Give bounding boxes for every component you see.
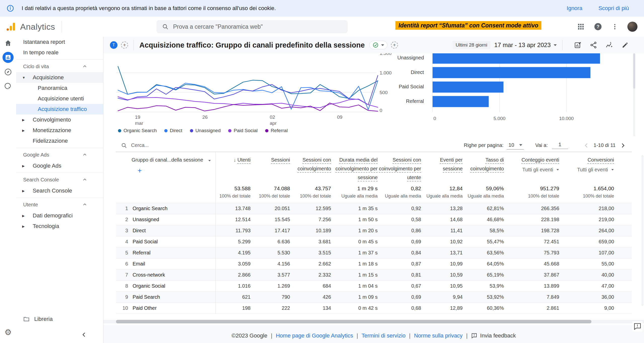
cell-value: 0,84 (378, 247, 421, 258)
sidebar-item-google-ads[interactable]: ▶ Google Ads (16, 161, 103, 171)
column-header-sessioni-con-coinvolgimento[interactable]: Sessioni con coinvolgimento (290, 152, 331, 182)
reports-icon[interactable] (3, 52, 14, 63)
bar-chart-users-by-channel[interactable]: UnassignedDirectPaid SocialReferral 05.0… (395, 53, 632, 134)
add-comparison-button[interactable]: + (121, 42, 128, 49)
table-search[interactable] (121, 142, 464, 148)
home-icon[interactable] (4, 39, 12, 48)
collapsed-triangle-icon: ▶ (22, 214, 25, 218)
edit-pencil-icon[interactable] (621, 41, 629, 49)
sidebar-item-tecnologia[interactable]: ▶ Tecnologia (16, 221, 103, 232)
help-icon[interactable]: ? (594, 22, 602, 31)
footer-link-terms[interactable]: Termini di servizio (361, 332, 406, 339)
sidebar-item-coinvolgimento[interactable]: ▶ Coinvolgimento (16, 115, 103, 125)
feedback-chat-icon[interactable] (632, 321, 642, 331)
legend-item[interactable]: Organic Search (118, 128, 157, 133)
add-report-button[interactable]: + (391, 42, 398, 49)
collapse-section-icon[interactable] (82, 152, 88, 159)
banner-learn-more-link[interactable]: Scopri di più (598, 5, 629, 12)
table-row[interactable]: 7Cross-network2.8663.5772.3321 m 15 s0,8… (116, 270, 632, 281)
sidebar-section-search-console[interactable]: Search Console (16, 174, 103, 185)
table-row[interactable]: 2Unassigned12.51415.5457.2561 m 50 s0,58… (116, 214, 632, 225)
more-options-icon[interactable] (611, 23, 618, 30)
legend-item[interactable]: Direct (164, 128, 182, 133)
column-header-channel-group[interactable]: Gruppo di canal...della sessione + (116, 152, 215, 182)
sidebar-item-acquisizione-utenti[interactable]: Acquisizione utenti (16, 93, 103, 104)
data-quality-badge[interactable] (369, 41, 387, 49)
advertising-icon[interactable] (4, 82, 12, 91)
settings-gear-icon[interactable]: ⚙ (5, 327, 12, 337)
sidebar-item-acquisizione-traffico[interactable]: Acquisizione traffico (16, 104, 103, 115)
column-header-sessioni[interactable]: Sessioni (251, 152, 290, 182)
sidebar-section-google-ads[interactable]: Google Ads (16, 149, 103, 161)
goto-page-input[interactable]: 1 (552, 142, 568, 149)
banner-ignore-button[interactable]: Ignora (567, 5, 582, 12)
line-chart-users-over-time[interactable]: 05001.0001.50019mar2602apr09 Organic Sea… (116, 53, 395, 134)
global-search[interactable] (156, 20, 348, 33)
collapse-section-icon[interactable] (82, 202, 88, 209)
vertical-scrollbar[interactable] (641, 155, 643, 306)
report-owner-avatar[interactable]: T (110, 41, 117, 49)
date-range-selector[interactable]: 17 mar - 13 apr 2023 (494, 42, 551, 49)
event-filter-select[interactable]: Tutti gli eventi (504, 165, 559, 174)
collapse-section-icon[interactable] (82, 177, 88, 184)
previous-page-icon[interactable] (583, 142, 590, 149)
rows-per-page-select[interactable]: 10 (507, 141, 524, 149)
sidebar-section-ciclo-di-vita[interactable]: Ciclo di vita (16, 61, 103, 72)
legend-item[interactable]: Referral (265, 128, 288, 133)
sidebar-item-istantanea-report[interactable]: Istantanea report (16, 37, 103, 47)
table-search-input[interactable] (131, 142, 232, 148)
customize-report-icon[interactable] (574, 41, 582, 49)
insights-icon[interactable] (605, 41, 613, 49)
share-icon[interactable] (590, 41, 597, 49)
sidebar-item-dati-demografici[interactable]: ▶ Dati demografici (16, 210, 103, 221)
user-avatar[interactable] (627, 22, 637, 32)
sidebar-item-monetizzazione[interactable]: ▶ Monetizzazione (16, 125, 103, 136)
charts-panel[interactable]: 05001.0001.50019mar2602apr09 Organic Sea… (116, 53, 632, 136)
sidebar-section-utente[interactable]: Utente (16, 199, 103, 210)
table-row[interactable]: 8Organic Social1.0161.2696841 m 04 s0,67… (116, 281, 632, 292)
send-feedback-button[interactable]: Invia feedback (471, 332, 516, 339)
sidebar-item-libreria[interactable]: Libreria (23, 316, 53, 322)
sidebar-divider (16, 198, 103, 198)
search-input[interactable] (173, 23, 342, 30)
chevron-down-icon[interactable] (554, 44, 557, 46)
collapse-section-icon[interactable] (82, 64, 88, 70)
sidebar-item-in-tempo-reale[interactable]: In tempo reale (16, 47, 103, 58)
chart-card-scrollbar[interactable] (633, 53, 635, 136)
next-page-icon[interactable] (620, 142, 626, 149)
cell-value: 1.269 (251, 281, 290, 292)
table-row[interactable]: 10Paid Other1982221340 m 42 s0,6812,8960… (116, 303, 632, 314)
table-row[interactable]: 4Paid Social5.2996.6363.6810 m 45 s0,691… (116, 236, 632, 247)
table-row[interactable]: 6Email3.0594.1562.6621 m 18 s0,8710,9964… (116, 258, 632, 270)
table-row[interactable]: 5Referral4.1955.5303.5151 m 37 s0,8413,7… (116, 247, 632, 258)
sidebar-item-acquisizione[interactable]: ▼ Acquisizione (16, 72, 103, 83)
apps-grid-icon[interactable] (577, 23, 585, 30)
column-header-utenti[interactable]: ↓ Utenti (215, 152, 251, 182)
sidebar-item-search-console[interactable]: ▶ Search Console (16, 185, 103, 196)
table-row[interactable]: 3Direct11.79317.41710.1891 m 20 s0,8611,… (116, 225, 632, 236)
legend-item[interactable]: Paid Social (228, 128, 258, 133)
chevron-down-icon[interactable] (208, 160, 211, 162)
column-header-conversioni[interactable]: Conversioni Tutti gli eventi (559, 152, 614, 182)
explore-icon[interactable] (4, 68, 12, 77)
column-header-eventi-per-sessione[interactable]: Eventi per sessione (421, 152, 463, 182)
column-header-durata-media[interactable]: Durata media del coinvolgimento per sess… (331, 152, 378, 182)
footer-link-home[interactable]: Home page di Google Analytics (276, 332, 353, 339)
event-filter-select[interactable]: Tutti gli eventi (559, 165, 614, 174)
table-row[interactable]: 1Organic Search13.74820.05112.5951 m 35 … (116, 203, 632, 214)
sidebar-item-fidelizzazione[interactable]: Fidelizzazione (16, 136, 103, 146)
table-row[interactable]: 9Paid Search6217904261 m 09 s0,699,9453,… (116, 292, 632, 303)
legend-item[interactable]: Unassigned (190, 128, 221, 133)
analytics-logo[interactable]: Analytics (6, 21, 55, 32)
legend-dot-icon (118, 129, 121, 132)
add-dimension-icon[interactable]: + (138, 167, 142, 174)
footer-link-privacy[interactable]: Norme sulla privacy (414, 332, 463, 339)
column-header-conteggio-eventi[interactable]: Conteggio eventi Tutti gli eventi (504, 152, 559, 182)
horizontal-scrollbar-thumb[interactable] (116, 320, 591, 323)
collapse-sidebar-icon[interactable] (80, 331, 88, 340)
date-preset-chip[interactable]: Ultimi 28 giorni (453, 41, 490, 49)
horizontal-scrollbar[interactable] (103, 320, 644, 323)
sidebar-item-panoramica[interactable]: Panoramica (16, 83, 103, 93)
column-header-sessioni-coinvolgimento-utente[interactable]: Sessioni con coinvolgimento per utente (378, 152, 421, 182)
column-header-tasso-di-coinvolgimento[interactable]: Tasso di coinvolgimento (463, 152, 504, 182)
